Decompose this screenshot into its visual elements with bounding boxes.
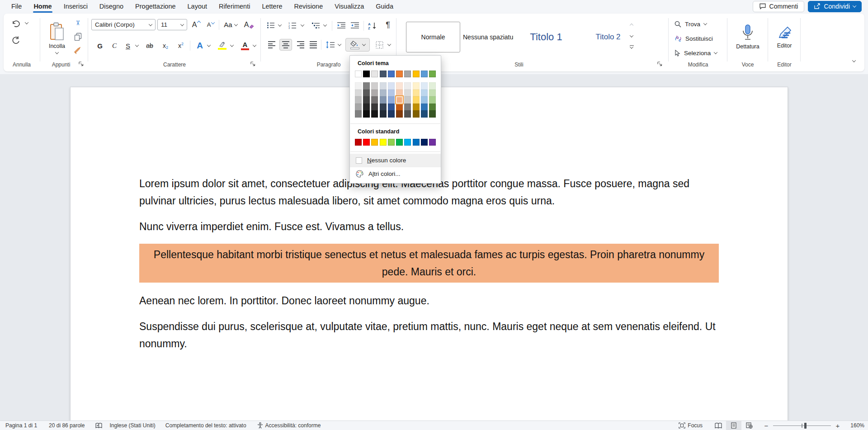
- highlight-color-button[interactable]: [215, 40, 229, 52]
- zoom-slider[interactable]: [773, 421, 831, 430]
- paragraph[interactable]: Suspendisse dui purus, scelerisque at, v…: [139, 318, 719, 352]
- style-titolo-1[interactable]: Titolo 1: [520, 22, 572, 52]
- appunti-dialog-launcher[interactable]: [79, 61, 85, 68]
- font-size-combo[interactable]: 11: [157, 19, 187, 30]
- theme-variant-swatch[interactable]: [421, 96, 428, 104]
- standard-color-swatch[interactable]: [421, 139, 428, 146]
- theme-variant-swatch[interactable]: [429, 96, 436, 104]
- tab-revisione[interactable]: Revisione: [288, 0, 329, 13]
- theme-variant-swatch[interactable]: [429, 82, 436, 90]
- paragraph-shaded[interactable]: Pellentesque habitant morbi tristique se…: [139, 244, 719, 283]
- tab-disegno[interactable]: Disegno: [94, 0, 129, 13]
- shrink-font-button[interactable]: A: [204, 19, 217, 30]
- styles-scroll-up-button[interactable]: [627, 20, 637, 31]
- theme-variant-swatch[interactable]: [404, 110, 411, 118]
- theme-variant-swatch[interactable]: [396, 96, 403, 104]
- line-spacing-button[interactable]: [324, 39, 336, 51]
- theme-variant-swatch[interactable]: [371, 96, 378, 104]
- standard-color-swatch[interactable]: [371, 139, 378, 146]
- theme-variant-swatch[interactable]: [429, 104, 436, 111]
- theme-variant-swatch[interactable]: [355, 90, 362, 97]
- theme-variant-swatch[interactable]: [380, 104, 387, 111]
- theme-variant-swatch[interactable]: [404, 90, 411, 97]
- collapse-ribbon-chevron[interactable]: [852, 58, 856, 62]
- theme-variant-swatch[interactable]: [404, 96, 411, 104]
- proofing-status[interactable]: [95, 423, 102, 429]
- font-color-chevron[interactable]: [253, 43, 256, 47]
- theme-variant-swatch[interactable]: [388, 110, 395, 118]
- theme-color-swatch[interactable]: [355, 71, 362, 77]
- borders-chevron[interactable]: [387, 42, 391, 46]
- theme-variant-swatch[interactable]: [363, 110, 370, 118]
- style-titolo-2[interactable]: Titolo 2: [589, 22, 627, 52]
- underline-dropdown-chevron[interactable]: [135, 43, 139, 47]
- show-formatting-button[interactable]: ¶: [382, 19, 393, 31]
- word-count-status[interactable]: 20 di 86 parole: [49, 422, 85, 429]
- redo-button[interactable]: [10, 34, 22, 46]
- tab-inserisci[interactable]: Inserisci: [58, 0, 94, 13]
- style-nessuna-spaziatura[interactable]: Nessuna spaziatura: [463, 22, 514, 52]
- focus-mode-button[interactable]: Focus: [679, 422, 703, 429]
- theme-color-swatch[interactable]: [429, 71, 436, 77]
- zoom-in-button[interactable]: +: [835, 422, 841, 430]
- standard-color-swatch[interactable]: [363, 139, 370, 146]
- tab-home[interactable]: Home: [28, 0, 57, 13]
- theme-variant-swatch[interactable]: [396, 82, 403, 90]
- theme-variant-swatch[interactable]: [371, 104, 378, 111]
- theme-variant-swatch[interactable]: [355, 96, 362, 104]
- more-colors-menu-item[interactable]: Altri colori...: [350, 167, 441, 181]
- replace-button[interactable]: bc Sostituisci: [673, 33, 723, 44]
- tab-file[interactable]: File: [5, 0, 28, 13]
- tab-riferimenti[interactable]: Riferimenti: [213, 0, 256, 13]
- theme-variant-swatch[interactable]: [380, 90, 387, 97]
- standard-color-swatch[interactable]: [404, 139, 411, 146]
- zoom-out-button[interactable]: −: [763, 422, 769, 430]
- underline-button[interactable]: S: [122, 40, 134, 52]
- tab-layout[interactable]: Layout: [182, 0, 213, 13]
- theme-variant-swatch[interactable]: [413, 96, 420, 104]
- highlight-color-chevron[interactable]: [230, 43, 234, 47]
- theme-variant-swatch[interactable]: [355, 104, 362, 111]
- web-layout-view-button[interactable]: [741, 421, 757, 430]
- theme-variant-swatch[interactable]: [396, 90, 403, 97]
- theme-variant-swatch[interactable]: [413, 110, 420, 118]
- theme-variant-swatch[interactable]: [380, 110, 387, 118]
- borders-button[interactable]: [373, 39, 385, 51]
- theme-variant-swatch[interactable]: [429, 110, 436, 118]
- zoom-slider-thumb[interactable]: [804, 423, 807, 429]
- page-count-status[interactable]: Pagina 1 di 1: [5, 422, 37, 429]
- increase-indent-button[interactable]: [349, 20, 361, 31]
- read-mode-view-button[interactable]: [711, 421, 726, 430]
- standard-color-swatch[interactable]: [380, 139, 387, 146]
- cut-button[interactable]: ✂: [72, 18, 83, 28]
- multilevel-list-button[interactable]: [310, 20, 322, 31]
- tab-progettazione[interactable]: Progettazione: [129, 0, 181, 13]
- theme-color-swatch[interactable]: [413, 71, 420, 77]
- line-spacing-chevron[interactable]: [338, 42, 341, 46]
- theme-variant-swatch[interactable]: [371, 110, 378, 118]
- theme-color-swatch[interactable]: [404, 71, 411, 77]
- carattere-dialog-launcher[interactable]: [250, 61, 257, 68]
- comments-button[interactable]: Commenti: [753, 1, 805, 12]
- align-right-button[interactable]: [295, 39, 307, 51]
- theme-variant-swatch[interactable]: [396, 104, 403, 111]
- language-status[interactable]: Inglese (Stati Uniti): [109, 422, 155, 429]
- standard-color-swatch[interactable]: [429, 139, 436, 146]
- theme-variant-swatch[interactable]: [421, 110, 428, 118]
- text-effects-button[interactable]: A: [193, 40, 206, 52]
- theme-variant-swatch[interactable]: [371, 90, 378, 97]
- theme-variant-swatch[interactable]: [396, 110, 403, 118]
- zoom-level[interactable]: 160%: [847, 422, 864, 429]
- theme-color-swatch[interactable]: [380, 71, 387, 77]
- text-prediction-status[interactable]: Completamento del testo: attivato: [165, 422, 246, 429]
- standard-color-swatch[interactable]: [355, 139, 362, 146]
- standard-color-swatch[interactable]: [396, 139, 403, 146]
- theme-variant-swatch[interactable]: [371, 82, 378, 90]
- find-button[interactable]: Trova: [673, 18, 723, 30]
- print-layout-view-button[interactable]: [726, 421, 741, 430]
- tab-guida[interactable]: Guida: [370, 0, 399, 13]
- justify-button[interactable]: [307, 39, 319, 51]
- theme-color-swatch[interactable]: [363, 71, 370, 77]
- tab-visualizza[interactable]: Visualizza: [329, 0, 370, 13]
- undo-button[interactable]: [10, 18, 22, 30]
